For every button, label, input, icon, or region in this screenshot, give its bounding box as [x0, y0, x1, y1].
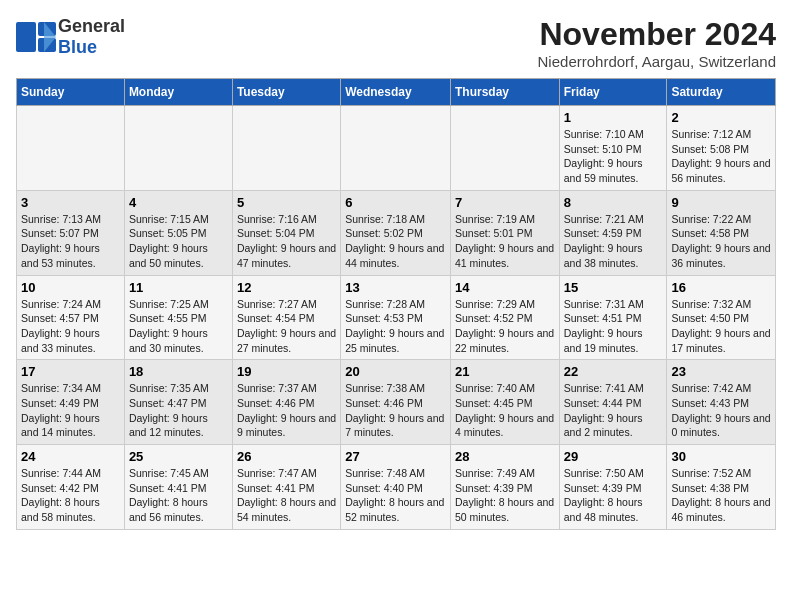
- calendar-cell: 5Sunrise: 7:16 AM Sunset: 5:04 PM Daylig…: [232, 190, 340, 275]
- day-info: Sunrise: 7:38 AM Sunset: 4:46 PM Dayligh…: [345, 381, 446, 440]
- header-tuesday: Tuesday: [232, 79, 340, 106]
- logo: General Blue: [16, 16, 125, 58]
- day-number: 23: [671, 364, 771, 379]
- header-monday: Monday: [124, 79, 232, 106]
- header-saturday: Saturday: [667, 79, 776, 106]
- day-number: 1: [564, 110, 663, 125]
- day-info: Sunrise: 7:40 AM Sunset: 4:45 PM Dayligh…: [455, 381, 555, 440]
- header-friday: Friday: [559, 79, 667, 106]
- day-info: Sunrise: 7:37 AM Sunset: 4:46 PM Dayligh…: [237, 381, 336, 440]
- day-number: 25: [129, 449, 228, 464]
- day-info: Sunrise: 7:45 AM Sunset: 4:41 PM Dayligh…: [129, 466, 228, 525]
- header-thursday: Thursday: [450, 79, 559, 106]
- day-number: 18: [129, 364, 228, 379]
- calendar-week-row: 1Sunrise: 7:10 AM Sunset: 5:10 PM Daylig…: [17, 106, 776, 191]
- calendar-header-row: SundayMondayTuesdayWednesdayThursdayFrid…: [17, 79, 776, 106]
- calendar-cell: 9Sunrise: 7:22 AM Sunset: 4:58 PM Daylig…: [667, 190, 776, 275]
- logo-text: General Blue: [58, 16, 125, 57]
- day-number: 19: [237, 364, 336, 379]
- calendar-cell: 18Sunrise: 7:35 AM Sunset: 4:47 PM Dayli…: [124, 360, 232, 445]
- calendar-cell: [232, 106, 340, 191]
- day-number: 30: [671, 449, 771, 464]
- day-number: 14: [455, 280, 555, 295]
- calendar-cell: 14Sunrise: 7:29 AM Sunset: 4:52 PM Dayli…: [450, 275, 559, 360]
- calendar-cell: 13Sunrise: 7:28 AM Sunset: 4:53 PM Dayli…: [341, 275, 451, 360]
- day-number: 22: [564, 364, 663, 379]
- day-info: Sunrise: 7:27 AM Sunset: 4:54 PM Dayligh…: [237, 297, 336, 356]
- page-subtitle: Niederrohrdorf, Aargau, Switzerland: [538, 53, 776, 70]
- day-info: Sunrise: 7:47 AM Sunset: 4:41 PM Dayligh…: [237, 466, 336, 525]
- calendar-cell: 16Sunrise: 7:32 AM Sunset: 4:50 PM Dayli…: [667, 275, 776, 360]
- day-info: Sunrise: 7:13 AM Sunset: 5:07 PM Dayligh…: [21, 212, 120, 271]
- page-header: General Blue November 2024 Niederrohrdor…: [16, 16, 776, 70]
- calendar-cell: 6Sunrise: 7:18 AM Sunset: 5:02 PM Daylig…: [341, 190, 451, 275]
- calendar-cell: 17Sunrise: 7:34 AM Sunset: 4:49 PM Dayli…: [17, 360, 125, 445]
- calendar-cell: 8Sunrise: 7:21 AM Sunset: 4:59 PM Daylig…: [559, 190, 667, 275]
- calendar-week-row: 3Sunrise: 7:13 AM Sunset: 5:07 PM Daylig…: [17, 190, 776, 275]
- calendar-cell: 10Sunrise: 7:24 AM Sunset: 4:57 PM Dayli…: [17, 275, 125, 360]
- day-info: Sunrise: 7:35 AM Sunset: 4:47 PM Dayligh…: [129, 381, 228, 440]
- day-number: 21: [455, 364, 555, 379]
- day-number: 16: [671, 280, 771, 295]
- calendar-week-row: 10Sunrise: 7:24 AM Sunset: 4:57 PM Dayli…: [17, 275, 776, 360]
- day-info: Sunrise: 7:12 AM Sunset: 5:08 PM Dayligh…: [671, 127, 771, 186]
- day-number: 29: [564, 449, 663, 464]
- header-sunday: Sunday: [17, 79, 125, 106]
- day-info: Sunrise: 7:42 AM Sunset: 4:43 PM Dayligh…: [671, 381, 771, 440]
- day-number: 20: [345, 364, 446, 379]
- calendar-cell: 20Sunrise: 7:38 AM Sunset: 4:46 PM Dayli…: [341, 360, 451, 445]
- day-number: 27: [345, 449, 446, 464]
- calendar-week-row: 17Sunrise: 7:34 AM Sunset: 4:49 PM Dayli…: [17, 360, 776, 445]
- calendar-cell: [17, 106, 125, 191]
- calendar-cell: 4Sunrise: 7:15 AM Sunset: 5:05 PM Daylig…: [124, 190, 232, 275]
- day-info: Sunrise: 7:48 AM Sunset: 4:40 PM Dayligh…: [345, 466, 446, 525]
- calendar-cell: 26Sunrise: 7:47 AM Sunset: 4:41 PM Dayli…: [232, 445, 340, 530]
- calendar-cell: 2Sunrise: 7:12 AM Sunset: 5:08 PM Daylig…: [667, 106, 776, 191]
- calendar-cell: 27Sunrise: 7:48 AM Sunset: 4:40 PM Dayli…: [341, 445, 451, 530]
- day-number: 3: [21, 195, 120, 210]
- calendar-cell: 29Sunrise: 7:50 AM Sunset: 4:39 PM Dayli…: [559, 445, 667, 530]
- day-number: 13: [345, 280, 446, 295]
- day-number: 10: [21, 280, 120, 295]
- day-info: Sunrise: 7:19 AM Sunset: 5:01 PM Dayligh…: [455, 212, 555, 271]
- calendar-table: SundayMondayTuesdayWednesdayThursdayFrid…: [16, 78, 776, 530]
- calendar-cell: 25Sunrise: 7:45 AM Sunset: 4:41 PM Dayli…: [124, 445, 232, 530]
- day-number: 7: [455, 195, 555, 210]
- calendar-cell: 15Sunrise: 7:31 AM Sunset: 4:51 PM Dayli…: [559, 275, 667, 360]
- day-number: 24: [21, 449, 120, 464]
- day-info: Sunrise: 7:10 AM Sunset: 5:10 PM Dayligh…: [564, 127, 663, 186]
- calendar-cell: 1Sunrise: 7:10 AM Sunset: 5:10 PM Daylig…: [559, 106, 667, 191]
- day-number: 8: [564, 195, 663, 210]
- calendar-cell: 3Sunrise: 7:13 AM Sunset: 5:07 PM Daylig…: [17, 190, 125, 275]
- day-number: 15: [564, 280, 663, 295]
- day-info: Sunrise: 7:25 AM Sunset: 4:55 PM Dayligh…: [129, 297, 228, 356]
- calendar-cell: 23Sunrise: 7:42 AM Sunset: 4:43 PM Dayli…: [667, 360, 776, 445]
- day-number: 4: [129, 195, 228, 210]
- calendar-week-row: 24Sunrise: 7:44 AM Sunset: 4:42 PM Dayli…: [17, 445, 776, 530]
- logo-icon: [16, 22, 56, 52]
- title-block: November 2024 Niederrohrdorf, Aargau, Sw…: [538, 16, 776, 70]
- day-info: Sunrise: 7:29 AM Sunset: 4:52 PM Dayligh…: [455, 297, 555, 356]
- calendar-cell: 7Sunrise: 7:19 AM Sunset: 5:01 PM Daylig…: [450, 190, 559, 275]
- day-info: Sunrise: 7:21 AM Sunset: 4:59 PM Dayligh…: [564, 212, 663, 271]
- calendar-cell: 11Sunrise: 7:25 AM Sunset: 4:55 PM Dayli…: [124, 275, 232, 360]
- calendar-cell: 21Sunrise: 7:40 AM Sunset: 4:45 PM Dayli…: [450, 360, 559, 445]
- calendar-cell: [124, 106, 232, 191]
- day-info: Sunrise: 7:41 AM Sunset: 4:44 PM Dayligh…: [564, 381, 663, 440]
- day-number: 2: [671, 110, 771, 125]
- calendar-cell: 28Sunrise: 7:49 AM Sunset: 4:39 PM Dayli…: [450, 445, 559, 530]
- day-info: Sunrise: 7:52 AM Sunset: 4:38 PM Dayligh…: [671, 466, 771, 525]
- calendar-cell: 24Sunrise: 7:44 AM Sunset: 4:42 PM Dayli…: [17, 445, 125, 530]
- page-title: November 2024: [538, 16, 776, 53]
- day-info: Sunrise: 7:49 AM Sunset: 4:39 PM Dayligh…: [455, 466, 555, 525]
- day-info: Sunrise: 7:34 AM Sunset: 4:49 PM Dayligh…: [21, 381, 120, 440]
- day-info: Sunrise: 7:16 AM Sunset: 5:04 PM Dayligh…: [237, 212, 336, 271]
- day-number: 17: [21, 364, 120, 379]
- day-number: 9: [671, 195, 771, 210]
- day-info: Sunrise: 7:32 AM Sunset: 4:50 PM Dayligh…: [671, 297, 771, 356]
- day-number: 28: [455, 449, 555, 464]
- day-number: 6: [345, 195, 446, 210]
- day-info: Sunrise: 7:15 AM Sunset: 5:05 PM Dayligh…: [129, 212, 228, 271]
- day-info: Sunrise: 7:31 AM Sunset: 4:51 PM Dayligh…: [564, 297, 663, 356]
- calendar-cell: 30Sunrise: 7:52 AM Sunset: 4:38 PM Dayli…: [667, 445, 776, 530]
